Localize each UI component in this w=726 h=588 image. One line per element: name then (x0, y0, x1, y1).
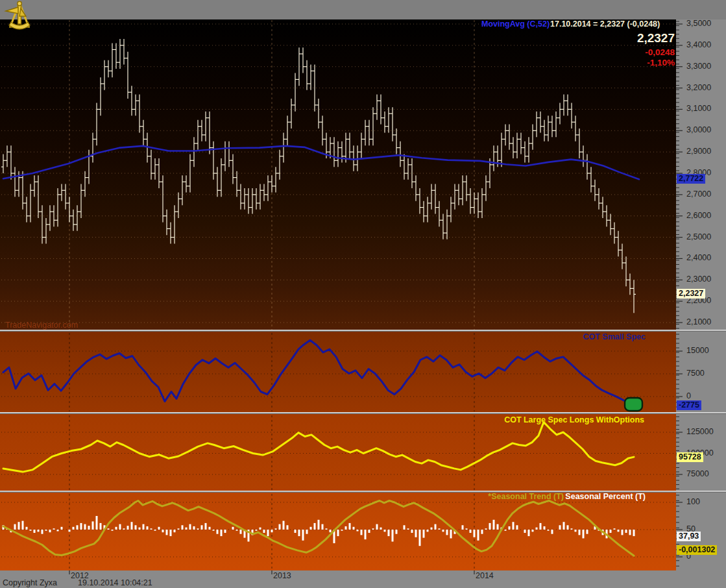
y-axis-label: 7500 (686, 369, 705, 378)
x-axis-year-label: 2013 (273, 571, 291, 580)
tradenavigator-sextant-logo-icon (4, 1, 35, 34)
last-price-tag: 2,2327 (677, 289, 705, 299)
seasonal-percent-tag: 37,93 (677, 532, 701, 541)
y-axis-label: 3,2000 (686, 83, 711, 92)
y-axis-label: 3,0000 (686, 125, 711, 134)
cot-small-spec-panel[interactable] (0, 332, 676, 412)
cot-small-value-tag: -2775 (677, 400, 701, 410)
x-axis-year-label: 2014 (476, 571, 494, 580)
y-axis-label: 2,9000 (686, 147, 711, 156)
cot-large-value-tag: 95728 (677, 452, 703, 462)
price-panel[interactable] (0, 20, 676, 330)
y-axis-label: 2,5000 (686, 232, 711, 241)
cot-large-spec-panel[interactable] (0, 415, 676, 491)
seasonal-trend-tag: -0,001302 (677, 545, 717, 555)
copyright-label: Copyright Zyxa (3, 578, 57, 587)
y-axis-label: 75000 (686, 469, 709, 478)
ma-value-tag: 2,7722 (677, 174, 705, 184)
y-axis-label: 0 (686, 391, 691, 400)
trade-navigator-window: RB2-057: RBOB Gasoline (COMB) Cont Liq @… (0, 0, 726, 588)
y-axis-label: 2,4000 (686, 253, 711, 262)
header-bar (0, 0, 726, 19)
y-axis-label: 3,4000 (686, 40, 711, 49)
y-axis-label: 125000 (686, 427, 714, 436)
y-axis-label: 3,3000 (686, 62, 711, 71)
seasonal-panel[interactable] (0, 493, 676, 570)
y-axis-label: 3,1000 (686, 104, 711, 113)
y-axis-label: 15000 (686, 346, 709, 355)
y-axis-label: 2,3000 (686, 275, 711, 284)
y-axis-label: 3,5000 (686, 19, 711, 28)
y-axis-label: 100 (686, 497, 700, 506)
y-axis-label: 2,1000 (686, 317, 711, 326)
x-axis-year-label: 2012 (71, 571, 89, 580)
y-axis-label: 2,6000 (686, 211, 711, 220)
y-axis-label: 2,7000 (686, 190, 711, 199)
timestamp-label: 19.10.2014 10:04:21 (78, 578, 152, 587)
